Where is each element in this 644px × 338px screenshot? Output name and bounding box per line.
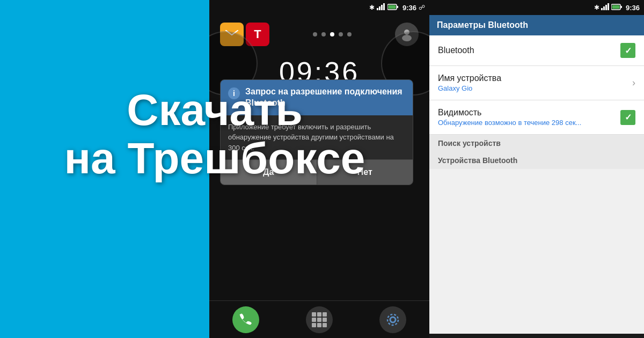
setting-bluetooth-title: Bluetooth bbox=[438, 46, 616, 55]
setting-bluetooth[interactable]: Bluetooth ✓ bbox=[429, 35, 644, 66]
setting-visibility-toggle[interactable]: ✓ bbox=[620, 110, 635, 125]
setting-visibility-sub: Обнаружение возможно в течение 298 сек..… bbox=[438, 119, 616, 127]
setting-device-name-content: Имя устройства Galaxy Gio bbox=[438, 74, 628, 92]
dots-row bbox=[313, 32, 352, 36]
home-screen: T 09:36 bbox=[209, 15, 429, 300]
grid-dot bbox=[317, 323, 321, 327]
grid-dot bbox=[323, 323, 327, 327]
bt-icon-right: ✱ bbox=[594, 4, 599, 11]
apps-grid bbox=[312, 312, 327, 327]
setting-bluetooth-content: Bluetooth bbox=[438, 46, 616, 55]
bluetooth-dialog: i Запрос на разрешение подключения Bluet… bbox=[220, 79, 413, 185]
section-search-label: Поиск устройств bbox=[438, 139, 501, 148]
bluetooth-icon: ✱ bbox=[369, 4, 375, 11]
setting-visibility[interactable]: Видимость Обнаружение возможно в течение… bbox=[429, 100, 644, 135]
visibility-toggle-icon: ✓ bbox=[620, 110, 635, 125]
bt-header-title: Параметры Bluetooth bbox=[437, 20, 528, 30]
status-bar-right: ✱ 9:36 bbox=[429, 0, 644, 15]
dot-1 bbox=[321, 32, 326, 36]
dot-3 bbox=[339, 32, 343, 36]
svg-point-11 bbox=[387, 314, 398, 325]
svg-rect-12 bbox=[601, 8, 603, 10]
signal-icon-right bbox=[601, 3, 610, 12]
battery-icon bbox=[387, 4, 398, 12]
dialog-no-button[interactable]: Нет bbox=[317, 160, 413, 185]
dot-4 bbox=[347, 32, 352, 36]
setting-visibility-title: Видимость bbox=[438, 108, 616, 117]
section-bt-devices: Устройства Bluetooth bbox=[429, 152, 644, 169]
status-bar-left: ✱ 9:36 ☍ bbox=[209, 0, 429, 15]
svg-point-10 bbox=[390, 317, 396, 322]
svg-rect-0 bbox=[377, 8, 378, 10]
dialog-header: i Запрос на разрешение подключения Bluet… bbox=[221, 80, 413, 115]
svg-rect-15 bbox=[608, 3, 609, 10]
svg-rect-18 bbox=[612, 5, 619, 9]
setting-device-name-chevron: › bbox=[632, 77, 635, 89]
grid-dot bbox=[323, 312, 327, 317]
left-background bbox=[0, 0, 220, 338]
dialog-yes-button[interactable]: Да bbox=[221, 160, 317, 185]
dot-2 bbox=[330, 32, 334, 36]
setting-visibility-content: Видимость Обнаружение возможно в течение… bbox=[438, 108, 616, 127]
svg-rect-14 bbox=[605, 5, 607, 10]
section-search: Поиск устройств bbox=[429, 135, 644, 152]
status-time-left: 9:36 bbox=[402, 4, 416, 12]
dialog-body: Приложение требует включить и разрешить … bbox=[221, 115, 413, 160]
svg-rect-6 bbox=[388, 5, 396, 9]
grid-dot bbox=[312, 323, 316, 327]
setting-device-name[interactable]: Имя устройства Galaxy Gio › bbox=[429, 66, 644, 100]
settings-list: Bluetooth ✓ Имя устройства Galaxy Gio › … bbox=[429, 35, 644, 334]
usb-icon: ☍ bbox=[419, 4, 425, 11]
svg-rect-2 bbox=[381, 5, 383, 10]
dock-phone-icon[interactable] bbox=[232, 306, 259, 333]
grid-dot bbox=[312, 318, 316, 322]
phone-left: ✱ 9:36 ☍ bbox=[209, 0, 429, 338]
grid-dot bbox=[312, 312, 316, 317]
grid-dot bbox=[323, 318, 327, 322]
dialog-buttons: Да Нет bbox=[221, 159, 413, 185]
signal-icon bbox=[377, 3, 385, 12]
svg-rect-5 bbox=[397, 6, 398, 8]
bt-settings-header: Параметры Bluetooth bbox=[429, 15, 644, 35]
dialog-info-icon: i bbox=[228, 87, 240, 99]
dialog-title: Запрос на разрешение подключения Bluetoo… bbox=[245, 86, 405, 109]
status-time-right: 9:36 bbox=[626, 4, 640, 12]
bottom-dock bbox=[209, 300, 429, 338]
section-bt-devices-label: Устройства Bluetooth bbox=[438, 156, 517, 165]
toggle-on-icon: ✓ bbox=[620, 43, 635, 58]
svg-rect-13 bbox=[603, 6, 605, 10]
grid-dot bbox=[317, 318, 321, 322]
phone-right: ✱ 9:36 Параметры Bluetooth Bluetoot bbox=[429, 0, 644, 338]
dock-apps-icon[interactable] bbox=[306, 306, 333, 333]
dock-settings-icon[interactable] bbox=[379, 306, 406, 333]
setting-device-name-title: Имя устройства bbox=[438, 74, 628, 83]
setting-bluetooth-toggle[interactable]: ✓ bbox=[620, 43, 635, 58]
grid-dot bbox=[317, 312, 321, 317]
svg-rect-1 bbox=[379, 6, 380, 10]
battery-icon-right bbox=[611, 4, 622, 12]
svg-rect-3 bbox=[383, 3, 385, 10]
svg-rect-17 bbox=[620, 6, 622, 8]
dot-0 bbox=[313, 32, 317, 36]
setting-device-name-sub: Galaxy Gio bbox=[438, 84, 628, 92]
